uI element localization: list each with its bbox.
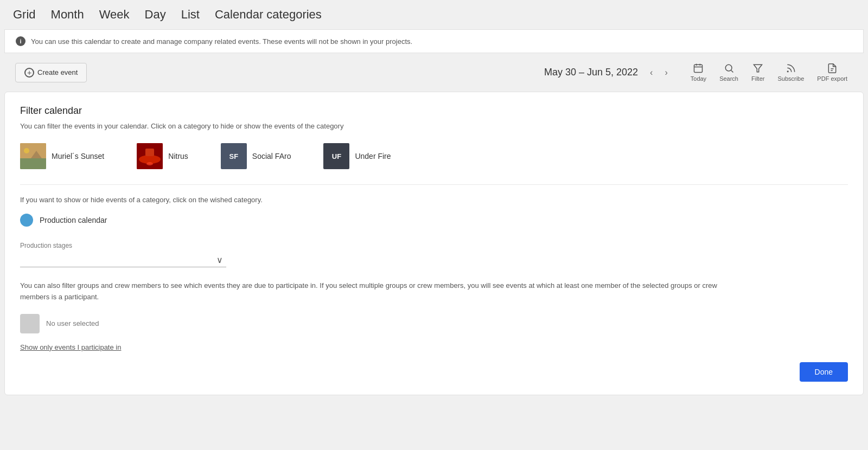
svg-point-17 [146, 162, 153, 165]
toolbar: + Create event May 30 – Jun 5, 2022 ‹ › … [4, 53, 864, 92]
svg-rect-11 [20, 158, 46, 169]
filter-modal: Filter calendar You can filter the event… [4, 92, 864, 395]
category-thumb-under-fire: UF [323, 143, 349, 169]
nav-week[interactable]: Week [99, 8, 130, 22]
category-name-social-faro: Social FAro [252, 152, 291, 160]
info-icon: i [16, 36, 25, 46]
subscribe-button[interactable]: Subscribe [772, 60, 809, 85]
create-event-label: Create event [37, 68, 78, 76]
plus-icon: + [24, 68, 34, 78]
category-thumb-nitrus [137, 143, 163, 169]
toolbar-actions: Today Search Filter [685, 60, 853, 85]
stages-section: Production stages [20, 242, 848, 267]
date-range: May 30 – Jun 5, 2022 [544, 67, 638, 78]
next-arrow[interactable]: › [661, 67, 671, 79]
done-row: Done [20, 362, 848, 382]
rss-icon [786, 63, 796, 74]
category-name-muriel: Muriel´s Sunset [52, 152, 104, 160]
svg-rect-16 [145, 149, 154, 156]
search-icon [724, 63, 735, 74]
category-item-nitrus[interactable]: Nitrus [137, 143, 188, 169]
svg-point-4 [725, 65, 732, 71]
social-faro-initials: SF [229, 152, 239, 160]
show-only-events-link[interactable]: Show only events I participate in [20, 343, 848, 351]
nav-grid[interactable]: Grid [13, 8, 36, 22]
subscribe-label: Subscribe [777, 75, 804, 82]
production-calendar-label: Production calendar [40, 216, 107, 224]
user-avatar [20, 314, 40, 333]
bottom-note: You can also filter groups and crew memb… [20, 280, 725, 303]
category-thumb-muriel [20, 143, 46, 169]
create-event-button[interactable]: + Create event [15, 63, 87, 82]
category-item-muriel[interactable]: Muriel´s Sunset [20, 143, 104, 169]
stages-select[interactable] [20, 252, 226, 267]
done-button[interactable]: Done [800, 362, 848, 382]
top-navigation: Grid Month Week Day List Calendar catego… [0, 0, 868, 29]
today-button[interactable]: Today [685, 60, 712, 85]
svg-marker-6 [754, 65, 762, 72]
search-label: Search [719, 75, 738, 82]
filter-label: Filter [751, 75, 764, 82]
pdf-export-label: PDF export [817, 75, 847, 82]
nav-month[interactable]: Month [51, 8, 84, 22]
svg-point-7 [787, 71, 788, 72]
filter-title: Filter calendar [20, 105, 848, 117]
category-name-nitrus: Nitrus [168, 152, 188, 160]
info-bar: i You can use this calendar to create an… [4, 29, 864, 53]
prev-arrow[interactable]: ‹ [647, 67, 656, 79]
category-name-under-fire: Under Fire [355, 152, 391, 160]
filter-button[interactable]: Filter [746, 60, 770, 85]
info-bar-text: You can use this calendar to create and … [31, 37, 412, 46]
pdf-export-button[interactable]: PDF export [812, 60, 853, 85]
production-calendar-indicator [20, 214, 33, 227]
under-fire-initials: UF [332, 152, 341, 160]
category-item-social-faro[interactable]: SF Social FAro [221, 143, 291, 169]
production-calendar-row[interactable]: Production calendar [20, 214, 848, 227]
category-thumb-social-faro: SF [221, 143, 247, 169]
category-item-under-fire[interactable]: UF Under Fire [323, 143, 391, 169]
filter-subtitle: You can filter the events in your calend… [20, 122, 848, 130]
stages-label: Production stages [20, 242, 848, 249]
nav-list[interactable]: List [181, 8, 200, 22]
calendar-icon [693, 63, 704, 74]
user-selection[interactable]: No user selected [20, 314, 848, 333]
nav-day[interactable]: Day [145, 8, 166, 22]
svg-line-5 [731, 70, 733, 73]
section-divider [20, 184, 848, 185]
user-selection-label: No user selected [46, 319, 99, 327]
toolbar-right: May 30 – Jun 5, 2022 ‹ › Today Se [544, 60, 853, 85]
today-label: Today [691, 75, 706, 82]
pdf-icon [827, 63, 838, 74]
category-list: Muriel´s Sunset Nitrus SF Social FAro [20, 143, 848, 169]
filter-icon [752, 63, 763, 74]
stages-select-wrapper [20, 252, 226, 267]
svg-rect-0 [694, 65, 703, 72]
filter-note: If you want to show or hide events of a … [20, 196, 848, 204]
search-button[interactable]: Search [714, 60, 744, 85]
nav-calendar-categories[interactable]: Calendar categories [215, 8, 322, 22]
svg-point-12 [24, 148, 29, 153]
